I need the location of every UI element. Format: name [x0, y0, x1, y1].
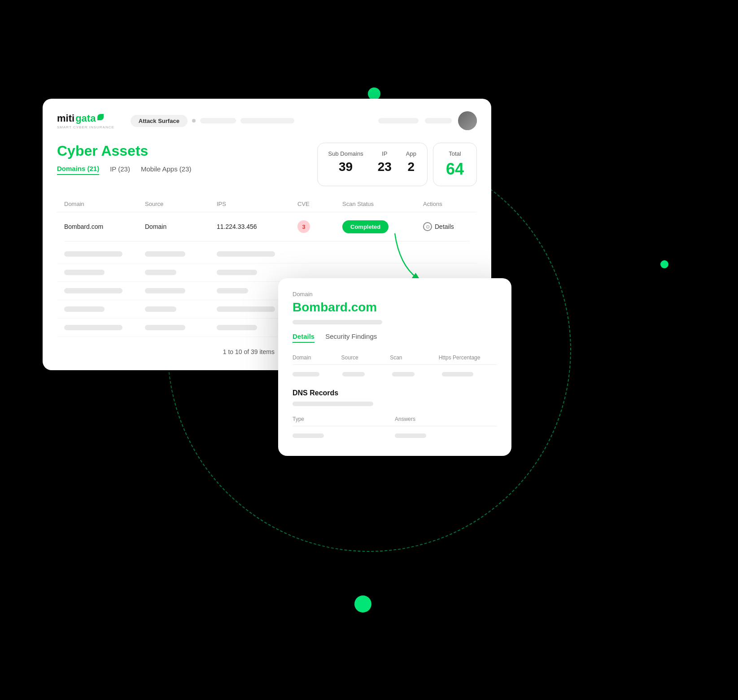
skel-9: [217, 288, 248, 293]
row-divider-1: [64, 241, 470, 241]
skel-5: [145, 270, 176, 275]
nav-pill-1[interactable]: [200, 118, 236, 123]
dns-col-type: Type: [293, 416, 395, 422]
detail-col-https: Https Percentage: [439, 354, 497, 361]
row-cve: 3: [297, 220, 342, 233]
detail-tab-details[interactable]: Details: [293, 332, 314, 343]
skel-1: [64, 251, 122, 257]
dns-skel-bar: [293, 402, 373, 406]
header-right: [378, 111, 477, 130]
logo-miti: miti: [57, 113, 74, 124]
page-title: Cyber Assets: [57, 143, 192, 159]
detail-data-row: [293, 368, 497, 380]
tab-domains[interactable]: Domains (21): [57, 165, 99, 175]
logo-leaf-icon: [97, 114, 104, 120]
detail-panel: Domain Bombard.com Details Security Find…: [278, 278, 511, 456]
dns-skel-2: [395, 433, 426, 438]
nav-separator: [192, 119, 196, 122]
skel-3: [217, 251, 275, 257]
nav-attack-surface[interactable]: Attack Surface: [131, 115, 188, 127]
bg-dot-right: [660, 260, 668, 268]
total-value: 64: [446, 160, 464, 179]
stat-app-label: App: [406, 150, 416, 157]
logo: mitigata: [57, 113, 114, 124]
dns-col-answers: Answers: [395, 416, 497, 422]
dns-title: DNS Records: [293, 389, 497, 397]
stat-subdomains-value: 39: [328, 160, 363, 174]
dns-table-header: Type Answers: [293, 412, 497, 426]
skel-15: [217, 325, 257, 330]
bg-dot-bottom: [354, 595, 371, 612]
col-source: Source: [145, 201, 217, 207]
row-actions[interactable]: ⊙ Details: [423, 222, 481, 231]
detail-col-source: Source: [341, 354, 390, 361]
header-bar: mitigata SMART CYBER INSURANCE Attack Su…: [57, 111, 477, 130]
col-actions: Actions: [423, 201, 481, 207]
cve-badge: 3: [297, 220, 310, 233]
avatar-image: [458, 111, 477, 130]
dns-skel-1: [293, 433, 324, 438]
stats-area: Sub Domains 39 IP 23 App 2 Total 64: [317, 143, 477, 186]
detail-domain-name: Bombard.com: [293, 300, 497, 315]
details-button[interactable]: ⊙ Details: [423, 222, 481, 231]
user-avatar[interactable]: [458, 111, 477, 130]
logo-area: mitigata SMART CYBER INSURANCE: [57, 113, 114, 129]
skel-6: [217, 270, 257, 275]
table-row: [57, 245, 477, 263]
skel-8: [145, 288, 185, 293]
tab-mobile-apps[interactable]: Mobile Apps (23): [141, 165, 192, 175]
detail-col-domain: Domain: [293, 354, 341, 361]
detail-domain-label: Domain: [293, 291, 497, 298]
details-icon: ⊙: [423, 222, 432, 231]
skel-14: [145, 325, 185, 330]
col-domain: Domain: [64, 201, 145, 207]
stat-ip-value: 23: [378, 160, 392, 174]
table-row-featured: Bombard.com Domain 11.224.33.456 3 Compl…: [57, 212, 477, 241]
table-header: Domain Source IPS CVE Scan Status Action…: [57, 196, 477, 212]
status-completed-badge: Completed: [342, 220, 389, 233]
page-left: Cyber Assets Domains (21) IP (23) Mobile…: [57, 143, 192, 175]
d-skel-4: [442, 372, 473, 376]
d-skel-1: [293, 372, 319, 376]
detail-tab-security[interactable]: Security Findings: [325, 332, 377, 343]
detail-skel-bar: [293, 320, 382, 324]
stat-subdomains-label: Sub Domains: [328, 150, 363, 157]
skel-12: [217, 306, 275, 312]
page-header: Cyber Assets Domains (21) IP (23) Mobile…: [57, 143, 477, 186]
page-tabs: Domains (21) IP (23) Mobile Apps (23): [57, 165, 192, 175]
skel-13: [64, 325, 122, 330]
row-scan-status: Completed: [342, 223, 423, 230]
dns-section: DNS Records Type Answers: [293, 389, 497, 442]
stat-app-value: 2: [406, 160, 416, 174]
d-skel-2: [342, 372, 365, 376]
skel-4: [64, 270, 105, 275]
detail-table-header: Domain Source Scan Https Percentage: [293, 351, 497, 365]
tab-ip[interactable]: IP (23): [110, 165, 130, 175]
stat-ip: IP 23: [378, 150, 392, 179]
d-skel-3: [392, 372, 415, 376]
stat-subdomains: Sub Domains 39: [328, 150, 363, 179]
skel-11: [145, 306, 176, 312]
row-ips: 11.224.33.456: [217, 223, 297, 230]
dns-data-row: [293, 430, 497, 442]
stats-card: Sub Domains 39 IP 23 App 2: [317, 143, 428, 186]
nav-pills: Attack Surface: [131, 115, 294, 127]
stat-app: App 2: [406, 150, 416, 179]
pagination-info: 1 to 10 of 39 items: [223, 348, 275, 355]
header-pill-right-1[interactable]: [378, 118, 419, 123]
row-domain: Bombard.com: [64, 223, 145, 230]
total-label: Total: [449, 150, 461, 157]
details-label: Details: [435, 223, 454, 230]
logo-subtitle: SMART CYBER INSURANCE: [57, 125, 114, 129]
skel-10: [64, 306, 105, 312]
bg-dot-top: [368, 88, 380, 100]
nav-pill-2[interactable]: [240, 118, 294, 123]
col-scan-status: Scan Status: [342, 201, 423, 207]
skel-7: [64, 288, 122, 293]
detail-tabs: Details Security Findings: [293, 332, 497, 343]
stats-total-card: Total 64: [433, 143, 477, 186]
header-pill-right-2[interactable]: [425, 118, 452, 123]
detail-col-scan: Scan: [390, 354, 439, 361]
skel-2: [145, 251, 185, 257]
logo-gata: gata: [75, 113, 96, 124]
